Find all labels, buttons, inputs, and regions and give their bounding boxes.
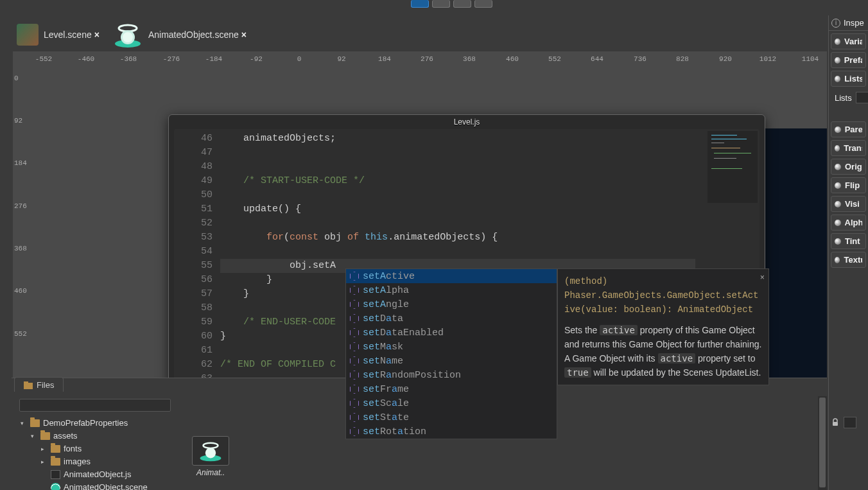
inspector-panel: i Inspe Varia Prefa Lists Lists Pare Tra… xyxy=(828,15,868,490)
section-origin[interactable]: Orig xyxy=(831,159,866,175)
svg-rect-5 xyxy=(24,381,28,383)
autocomplete-item[interactable]: setState xyxy=(346,410,557,424)
autocomplete-item[interactable]: setMask xyxy=(346,340,557,354)
tab-label: AnimatedObject.scene xyxy=(148,30,239,40)
minimap[interactable] xyxy=(707,131,758,203)
section-visible[interactable]: Visi xyxy=(831,196,866,212)
tab-animatedobject-scene[interactable]: AnimatedObject.scene × xyxy=(108,19,250,50)
bullet-icon xyxy=(835,201,841,207)
tab-thumbnail-icon xyxy=(112,21,143,49)
method-icon xyxy=(350,328,359,337)
folder-icon xyxy=(24,381,33,389)
folder-icon xyxy=(51,445,60,453)
autocomplete-popup[interactable]: setActivesetAlphasetAnglesetDatasetDataE… xyxy=(345,268,557,439)
bullet-icon xyxy=(835,127,841,133)
autocomplete-item[interactable]: setAngle xyxy=(346,297,557,311)
svg-rect-9 xyxy=(833,422,838,426)
doc-body: Sets the active property of this Game Ob… xyxy=(564,323,762,380)
lock-icon xyxy=(831,418,840,427)
method-icon xyxy=(350,427,359,436)
folder-icon xyxy=(40,432,50,440)
bullet-icon xyxy=(835,238,841,245)
autocomplete-item[interactable]: setData xyxy=(346,311,557,326)
bullet-icon xyxy=(835,39,840,45)
section-lists[interactable]: Lists xyxy=(831,71,866,87)
inspector-title: i Inspe xyxy=(829,15,868,31)
close-icon[interactable]: × xyxy=(760,271,765,285)
files-tab[interactable]: Files xyxy=(14,377,64,392)
tree-folder[interactable]: ▾DemoPrefabProperties xyxy=(19,417,177,430)
tree-folder[interactable]: ▸fonts xyxy=(19,442,177,455)
svg-point-8 xyxy=(205,448,216,458)
lock-row[interactable] xyxy=(831,417,866,428)
bullet-icon xyxy=(835,182,841,189)
folder-icon xyxy=(51,458,60,466)
section-texture[interactable]: Textu xyxy=(831,252,866,268)
section-prefab[interactable]: Prefa xyxy=(831,52,866,68)
method-icon xyxy=(350,356,359,365)
section-variable[interactable]: Varia xyxy=(831,33,866,49)
scrollbar[interactable] xyxy=(818,396,827,490)
lists-input[interactable] xyxy=(856,92,868,103)
autocomplete-item[interactable]: setRotation xyxy=(346,424,557,439)
tree-file[interactable]: AnimatedObject.js xyxy=(19,468,177,481)
autocomplete-item[interactable]: setName xyxy=(346,354,557,368)
scene-tabs: Level.scene × AnimatedObject.scene × xyxy=(13,21,868,49)
autocomplete-item[interactable]: setAlpha xyxy=(346,283,557,297)
method-icon xyxy=(350,300,359,309)
autocomplete-doc: × (method) Phaser.GameObjects.GameObject… xyxy=(557,268,769,385)
svg-rect-4 xyxy=(24,383,33,389)
section-tint[interactable]: Tint xyxy=(831,233,866,249)
bullet-icon xyxy=(835,76,840,82)
svg-point-3 xyxy=(123,32,133,42)
section-transform[interactable]: Trans xyxy=(831,140,866,156)
method-icon xyxy=(350,385,359,394)
tab-thumbnail-icon xyxy=(17,24,39,46)
tree-file[interactable]: AnimatedObject.scene xyxy=(19,481,177,490)
scene-file-icon xyxy=(51,483,60,490)
section-alpha[interactable]: Alph xyxy=(831,214,866,231)
autocomplete-item[interactable]: setDataEnabled xyxy=(346,326,557,340)
tree-folder[interactable]: ▸images xyxy=(19,455,177,468)
ruler-vertical: 0 92 184 276 368 460 552 xyxy=(13,64,26,378)
autocomplete-item[interactable]: setFrame xyxy=(346,382,557,396)
doc-signature: (method) Phaser.GameObjects.GameObject.s… xyxy=(564,274,762,317)
tool-1[interactable] xyxy=(411,0,429,8)
ruler-horizontal: -552 -460 -368 -276 -184 -92 0 92 184 27… xyxy=(13,51,827,66)
method-icon xyxy=(350,413,359,422)
bullet-icon xyxy=(835,145,840,152)
top-toolbar xyxy=(411,0,492,8)
close-icon[interactable]: × xyxy=(94,30,100,40)
section-flip[interactable]: Flip xyxy=(831,177,866,193)
bullet-icon xyxy=(835,257,840,263)
bullet-icon xyxy=(835,57,840,64)
close-icon[interactable]: × xyxy=(241,30,247,40)
bullet-icon xyxy=(835,220,841,226)
method-icon xyxy=(350,399,359,408)
info-icon: i xyxy=(831,19,840,28)
tree-folder[interactable]: ▾assets xyxy=(19,430,177,442)
folder-icon xyxy=(30,419,40,427)
files-search-input[interactable] xyxy=(19,399,171,412)
autocomplete-item[interactable]: setScale xyxy=(346,396,557,410)
method-icon xyxy=(350,286,359,295)
editor-title: Level.js xyxy=(169,115,765,129)
lists-field[interactable]: Lists xyxy=(831,92,866,103)
line-gutter: 46474849505152535455565758596061626364 xyxy=(174,129,213,400)
tool-2[interactable] xyxy=(432,0,450,8)
js-file-icon xyxy=(51,470,60,479)
file-tree[interactable]: ▾DemoPrefabProperties ▾assets ▸fonts ▸im… xyxy=(19,417,177,490)
section-parent[interactable]: Pare xyxy=(831,121,866,137)
tool-4[interactable] xyxy=(474,0,492,8)
method-icon xyxy=(350,342,359,351)
tab-level-scene[interactable]: Level.scene × xyxy=(13,22,103,47)
method-icon xyxy=(350,272,359,281)
autocomplete-item[interactable]: setRandomPosition xyxy=(346,368,557,382)
svg-point-7 xyxy=(204,443,218,448)
tool-3[interactable] xyxy=(453,0,471,8)
method-icon xyxy=(350,371,359,380)
file-thumbnail[interactable]: Animat.. xyxy=(191,436,230,477)
bullet-icon xyxy=(835,164,841,170)
lock-input[interactable] xyxy=(844,417,856,428)
autocomplete-item[interactable]: setActive xyxy=(346,269,557,283)
